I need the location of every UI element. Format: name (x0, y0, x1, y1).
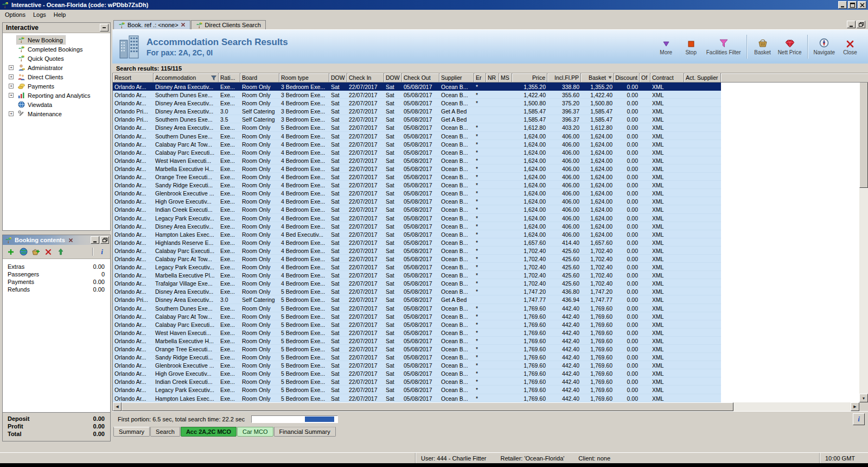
table-row[interactable]: Orlando Ar...Orange Tree Executi...Exe..… (113, 345, 721, 353)
table-row[interactable]: Orlando Ar...Legacy Park Executiv...Exe.… (113, 214, 721, 222)
column-header-dow[interactable]: DOW (329, 73, 347, 83)
table-row[interactable]: Orlando Ar...High Grove Executiv...Exe..… (113, 197, 721, 205)
expander-icon[interactable]: + (9, 111, 14, 116)
add-button[interactable] (6, 247, 16, 257)
table-row[interactable]: Orlando Ar...Marbella Executive H...Exe.… (113, 165, 721, 173)
column-header-resort[interactable]: Resort (113, 73, 154, 83)
more-button[interactable]: More (654, 32, 679, 61)
table-row[interactable]: Orlando Ar...Disney Area Executiv...Exe.… (113, 83, 721, 91)
column-header-incl-fl-pp[interactable]: Incl.Fl.PP (547, 73, 581, 83)
column-header-basket[interactable]: Basket (581, 73, 614, 83)
sidebar-item-completed-bookings[interactable]: Completed Bookings (3, 45, 110, 54)
menu-options[interactable]: Options (1, 10, 29, 19)
navigate-button[interactable]: Navigate (811, 32, 838, 61)
expander-icon[interactable]: + (9, 65, 14, 70)
sidebar-item-maintenance[interactable]: +Maintenance (3, 109, 110, 118)
table-row[interactable]: Orlando Ar...Calabay Parc Executi...Exe.… (113, 320, 721, 329)
vertical-scrollbar[interactable]: ▲ ▼ (859, 73, 868, 402)
booking-contents-minimize-button[interactable] (91, 236, 99, 244)
sidebar-item-new-booking[interactable]: New Booking (3, 35, 110, 45)
column-header-rati[interactable]: Rati... (219, 73, 240, 83)
table-row[interactable]: Orlando Ar...West Haven Executi...Exe...… (113, 156, 721, 165)
expander-icon[interactable]: + (9, 84, 14, 89)
menu-help[interactable]: Help (50, 10, 70, 19)
expander-icon[interactable]: + (9, 74, 14, 79)
add-basket-button[interactable] (31, 247, 41, 257)
table-row[interactable]: Orlando Ar...Hampton Lakes Exec...Exe...… (113, 230, 721, 238)
table-row[interactable]: Orlando Ar...Disney Area Executiv...Exe.… (113, 123, 721, 131)
table-row[interactable]: Orlando Ar...Legacy Park Executiv...Exe.… (113, 386, 721, 394)
scroll-left-button[interactable]: ◀ (113, 402, 122, 411)
sidebar-item-quick-quotes[interactable]: Quick Quotes (3, 54, 110, 63)
sidebar-item-direct-clients[interactable]: +Direct Clients (3, 72, 110, 81)
table-row[interactable]: Orlando Ar...Southern Dunes Exe...Exe...… (113, 91, 721, 99)
maximize-button[interactable] (848, 1, 857, 9)
column-header-er[interactable]: Er (474, 73, 486, 83)
close-booking-contents-button[interactable] (68, 238, 73, 243)
table-row[interactable]: Orlando Ar...West Haven Executi...Exe...… (113, 329, 721, 337)
table-row[interactable]: Orlando Ar...Disney Area Executiv...Exe.… (113, 222, 721, 230)
table-row[interactable]: Orlando Ar...Calabay Parc At Tow...Exe..… (113, 255, 721, 263)
table-row[interactable]: Orlando Ar...Legacy Park Executiv...Exe.… (113, 263, 721, 271)
table-row[interactable]: Orlando Ar...Sandy Ridge Executi...Exe..… (113, 181, 721, 189)
column-header-ms[interactable]: MS (499, 73, 512, 83)
table-row[interactable]: Orlando Ar...Orange Tree Executi...Exe..… (113, 173, 721, 181)
tab-close-icon[interactable] (181, 22, 186, 28)
horizontal-scrollbar[interactable]: ◀ ▶ (113, 402, 859, 411)
close-button[interactable] (858, 1, 866, 9)
bottom-tab-summary[interactable]: Summary (113, 427, 150, 437)
bottom-tab-acc-2a-2c-mco[interactable]: Acc 2A,2C MCO (181, 427, 237, 437)
column-header-check-out[interactable]: Check Out (402, 73, 439, 83)
list-item[interactable]: Payments0.00 (3, 278, 110, 286)
sidebar-item-reporting-and-analytics[interactable]: +Reporting and Analytics (3, 91, 110, 100)
horizontal-scroll-thumb[interactable] (122, 402, 733, 411)
column-header-of[interactable]: Of (640, 73, 650, 83)
list-item[interactable]: Passengers0 (3, 270, 110, 278)
table-row[interactable]: Orlando Ar...Indian Creek Executi...Exe.… (113, 377, 721, 386)
table-row[interactable]: Orlando Ar...Calabay Parc At Tow...Exe..… (113, 140, 721, 148)
booking-contents-restore-button[interactable] (100, 236, 109, 244)
table-row[interactable]: Orlando Ar...Marbella Executive Pl...Exe… (113, 271, 721, 279)
scroll-down-button[interactable]: ▼ (859, 394, 868, 402)
bottom-tab-search[interactable]: Search (150, 427, 180, 437)
nett-price-button[interactable]: Nett Price (775, 32, 805, 61)
column-header-contract[interactable]: Contract (650, 73, 684, 83)
table-row[interactable]: Orlando Ar...Southern Dunes Exe...Exe...… (113, 304, 721, 312)
table-row[interactable]: Orlando Ar...Calabay Parc At Tow...Exe..… (113, 312, 721, 320)
table-row[interactable]: Orlando Ar...Sandy Ridge Executi...Exe..… (113, 353, 721, 361)
table-row[interactable]: Orlando Ar...Calabay Parc Executi...Exe.… (113, 247, 721, 255)
scroll-right-button[interactable]: ▶ (851, 402, 859, 411)
stop-button[interactable]: Stop (679, 32, 704, 61)
column-header-board[interactable]: Board (240, 73, 279, 83)
table-row[interactable]: Orlando Ar...Southern Dunes Exe...Exe...… (113, 132, 721, 140)
column-header-discount[interactable]: Discount (614, 73, 640, 83)
bottom-tab-car-mco[interactable]: Car MCO (237, 427, 273, 437)
list-item[interactable]: Extras0.00 (3, 263, 110, 270)
sidebar-item-administrator[interactable]: +Administrator (3, 63, 110, 72)
mdi-minimize-button[interactable] (847, 21, 856, 28)
vertical-scroll-thumb[interactable] (859, 82, 868, 188)
table-row[interactable]: Orlando Ar...Glenbrook Executive ...Exe.… (113, 361, 721, 369)
column-header-check-in[interactable]: Check In (347, 73, 384, 83)
table-row[interactable]: Orlando Ar...High Grove Executiv...Exe..… (113, 369, 721, 377)
column-header-price[interactable]: Price (512, 73, 547, 83)
table-row[interactable]: Orlando Ar...Indian Creek Executi...Exe.… (113, 205, 721, 213)
column-header-accommodation[interactable]: Accommodation (154, 73, 219, 83)
facilities-filter-button[interactable]: Facilities Filter (704, 32, 744, 61)
column-header-room-type[interactable]: Room type (279, 73, 329, 83)
tab-book-ref-none[interactable]: Book. ref .: <none> (113, 20, 190, 29)
column-header-nr[interactable]: NR (486, 73, 499, 83)
bottom-tab-financial-summary[interactable]: Financial Summary (274, 427, 336, 437)
table-row[interactable]: Orlando Ar...Calabay Parc Executi...Exe.… (113, 148, 721, 156)
table-row[interactable]: Orlando Pri...Southern Dunes Exe...3.5Se… (113, 115, 721, 123)
table-row[interactable]: Orlando Pri...Disney Area Executiv...3.0… (113, 295, 721, 304)
table-row[interactable]: Orlando Ar...Trafalgar Village Exe...Exe… (113, 279, 721, 287)
basket-up-button[interactable] (56, 247, 66, 257)
column-header-dow[interactable]: DOW (384, 73, 402, 83)
info-button[interactable]: i (853, 413, 865, 425)
info-button[interactable]: i (97, 247, 107, 257)
menu-logs[interactable]: Logs (29, 10, 50, 19)
sidebar-item-payments[interactable]: +Payments (3, 81, 110, 91)
world-button[interactable] (18, 247, 28, 257)
column-header-supplier[interactable]: Supplier (439, 73, 474, 83)
